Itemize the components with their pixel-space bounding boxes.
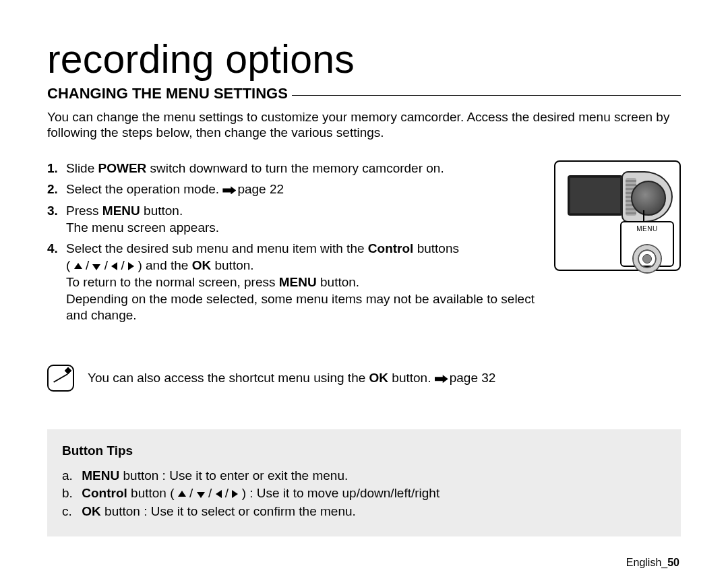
step-text: To return to the normal screen, press <box>66 275 279 289</box>
step-subtext: The menu screen appears. <box>66 220 537 235</box>
menu-label: MENU <box>102 204 140 218</box>
body-row: 1. Slide POWER switch downward to turn t… <box>47 160 681 328</box>
step-line-3: To return to the normal screen, press ME… <box>66 274 537 290</box>
ok-label: OK <box>82 504 101 518</box>
arrow-up-icon <box>178 491 186 497</box>
ok-center-icon <box>642 254 652 264</box>
section-heading: CHANGING THE MENU SETTINGS <box>47 85 288 102</box>
illustration-column: MENU <box>554 160 681 328</box>
pageref-arrow-icon <box>435 375 448 383</box>
note-icon <box>47 365 74 392</box>
intro-paragraph: You can change the menu settings to cust… <box>47 109 681 140</box>
step-4: 4. Select the desired sub menu and menu … <box>47 241 537 323</box>
tip-post: ) : Use it to move up/down/left/right <box>238 486 439 500</box>
step-text: button. <box>140 204 183 218</box>
tip-pre: button ( <box>127 486 178 500</box>
tip-a: a. MENU button : Use it to enter or exit… <box>62 468 666 485</box>
step-number: 1. <box>47 160 58 176</box>
step-text: button. <box>211 258 253 272</box>
step-2: 2. Select the operation mode. page 22 <box>47 181 537 197</box>
steps-list: 1. Slide POWER switch downward to turn t… <box>47 160 537 323</box>
tip-b: b. Control button ( / / / ) : Use it to … <box>62 485 666 502</box>
step-text: Slide <box>66 161 98 175</box>
step-number: 4. <box>47 241 58 256</box>
menu-label: MENU <box>82 468 119 483</box>
page-title: recording options <box>47 39 681 81</box>
tip-text: button : Use it to enter or exit the men… <box>119 468 348 483</box>
power-label: POWER <box>98 161 147 175</box>
control-label: Control <box>368 241 414 255</box>
tip-c: c. OK button : Use it to select or confi… <box>62 503 666 520</box>
paren-open: ( <box>66 258 74 272</box>
heading-rule <box>292 95 681 96</box>
tip-label-a: a. <box>62 468 78 485</box>
footer-page-number: 50 <box>667 557 679 568</box>
arrow-right-icon <box>232 490 238 498</box>
pageref: page 22 <box>237 182 284 196</box>
manual-page: recording options CHANGING THE MENU SETT… <box>0 0 728 585</box>
step-line-4: Depending on the mode selected, some men… <box>66 291 537 322</box>
step-text: buttons <box>413 241 459 255</box>
lens-icon <box>631 181 666 216</box>
ok-label: OK <box>192 258 212 272</box>
step-text: Select the operation mode. <box>66 182 222 196</box>
arrow-left-icon <box>111 262 117 270</box>
camcorder-illustration: MENU <box>554 160 681 271</box>
footer-sep: _ <box>661 557 667 568</box>
arrow-down-icon <box>197 492 205 498</box>
tips-title: Button Tips <box>62 443 666 460</box>
section-heading-row: CHANGING THE MENU SETTINGS <box>47 85 681 102</box>
arrow-down-icon <box>92 264 100 270</box>
note-text: You can also access the shortcut menu us… <box>88 370 495 386</box>
ok-label: OK <box>369 371 389 385</box>
paren-close-and: ) and the <box>134 258 192 272</box>
step-number: 2. <box>47 181 58 197</box>
step-3: 3. Press MENU button. The menu screen ap… <box>47 203 537 235</box>
note-mid: button. <box>388 371 435 385</box>
menu-label: MENU <box>279 275 317 289</box>
note-pre: You can also access the shortcut menu us… <box>88 371 369 385</box>
camcorder-body <box>568 171 670 225</box>
step-text: Select the desired sub menu and menu ite… <box>66 241 368 255</box>
arrow-left-icon <box>216 490 222 498</box>
pageref-arrow-icon <box>222 186 236 194</box>
ok-button-callout: MENU <box>620 221 674 267</box>
step-1: 1. Slide POWER switch downward to turn t… <box>47 160 537 176</box>
step-number: 3. <box>47 203 58 218</box>
pageref: page 32 <box>450 371 496 385</box>
page-footer: English_50 <box>626 557 679 569</box>
menu-text-label: MENU <box>621 225 673 233</box>
lcd-screen <box>568 175 623 216</box>
control-label: Control <box>82 486 127 500</box>
tip-label-b: b. <box>62 485 78 502</box>
steps-column: 1. Slide POWER switch downward to turn t… <box>47 160 537 328</box>
step-text: button. <box>317 275 359 289</box>
tip-label-c: c. <box>62 503 78 520</box>
note-row: You can also access the shortcut menu us… <box>47 365 681 392</box>
step-text: Press <box>66 204 102 218</box>
tip-text: button : Use it to select or confirm the… <box>101 504 356 518</box>
arrow-right-icon <box>128 262 134 270</box>
step-line-2: ( / / / ) and the OK button. <box>66 257 537 273</box>
footer-language: English <box>626 557 661 568</box>
arrow-up-icon <box>74 263 82 269</box>
camcorder-grip <box>621 171 673 222</box>
step-text: switch downward to turn the memory camco… <box>146 161 444 175</box>
button-tips-box: Button Tips a. MENU button : Use it to e… <box>47 429 681 536</box>
